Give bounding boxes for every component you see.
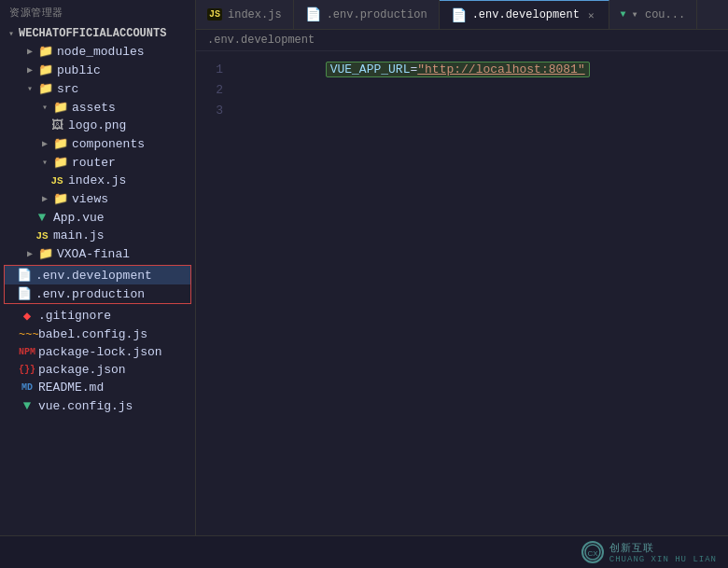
assets-label: assets (72, 101, 116, 115)
sidebar-item-app-vue[interactable]: ▼ App.vue (0, 208, 195, 227)
tab-index-js-label: index.js (228, 8, 282, 21)
env-dev-label: .env.development (35, 269, 152, 283)
folder-views-icon: 📁 (52, 191, 69, 206)
tab-env-dev-icon: 📄 (451, 7, 467, 23)
main-js-label: main.js (53, 229, 105, 242)
router-index-label: index.js (68, 173, 126, 187)
sidebar-item-vxoa[interactable]: ▶ 📁 VXOA-final (0, 244, 195, 263)
tab-js-icon: JS (207, 8, 222, 21)
env-prod-icon: 📄 (16, 286, 33, 301)
sidebar-item-package[interactable]: {}} package.json (0, 361, 195, 379)
views-chevron: ▶ (37, 193, 52, 204)
folder-router-icon: 📁 (52, 155, 69, 170)
node-modules-label: node_modules (57, 45, 145, 59)
tab-env-production-label: .env.production (327, 8, 427, 21)
components-chevron: ▶ (37, 138, 52, 149)
readme-label: README.md (38, 381, 104, 395)
sidebar-item-env-dev[interactable]: 📄 .env.development (5, 266, 190, 284)
folder-icon: 📁 (37, 62, 54, 77)
vxoa-label: VXOA-final (57, 247, 130, 261)
folder-vxoa-icon: 📁 (37, 246, 54, 261)
node-modules-chevron: ▶ (22, 46, 37, 57)
pkg-icon: {}} (19, 365, 35, 375)
sidebar-item-src[interactable]: ▾ 📁 src (0, 79, 195, 98)
tab-env-dev-label: .env.development (472, 8, 580, 21)
tab-close-btn[interactable]: ✕ (585, 8, 597, 22)
gitignore-label: .gitignore (38, 309, 111, 323)
line-number-2: 2 (196, 83, 238, 97)
folder-assets-icon: 📁 (52, 100, 69, 115)
tab-env-development[interactable]: 📄 .env.development ✕ (440, 0, 609, 29)
sidebar-item-logo-png[interactable]: 🖼 logo.png (0, 117, 195, 134)
app-vue-label: App.vue (53, 211, 105, 225)
sidebar-item-assets[interactable]: ▾ 📁 assets (0, 98, 195, 117)
vxoa-chevron: ▶ (22, 248, 37, 259)
sidebar-item-router-index[interactable]: JS index.js (0, 172, 195, 189)
babel-icon: ~~~ (19, 328, 35, 341)
router-chevron: ▾ (37, 157, 52, 168)
sidebar-item-readme[interactable]: MD README.md (0, 379, 195, 396)
root-folder[interactable]: ▾ WECHATOFFICIALACCOUNTS (0, 25, 195, 42)
folder-components-icon: 📁 (52, 136, 69, 151)
editor-area: JS index.js 📄 .env.production 📄 .env.dev… (196, 0, 728, 535)
sidebar-item-views[interactable]: ▶ 📁 views (0, 189, 195, 208)
watermark: CX 创新互联 CHUANG XIN HU LIAN (581, 541, 717, 564)
watermark-logo: CX (581, 541, 604, 563)
sidebar-item-babel[interactable]: ~~~ babel.config.js (0, 326, 195, 343)
line-content-1: VUE_APP_URL="http://localhost:8081" (238, 51, 590, 90)
line-number-3: 3 (196, 104, 238, 118)
public-label: public (57, 63, 101, 77)
folder-src-icon: 📁 (37, 81, 54, 96)
env-prod-label: .env.production (35, 287, 145, 301)
tab-index-js[interactable]: JS index.js (196, 0, 294, 29)
root-chevron: ▾ (4, 28, 19, 39)
tab-vue-icon: ▼ (621, 9, 626, 20)
assets-chevron: ▾ (37, 102, 52, 113)
tabs-bar: JS index.js 📄 .env.production 📄 .env.dev… (196, 0, 728, 30)
sidebar-item-main-js[interactable]: JS main.js (0, 227, 195, 244)
src-chevron: ▾ (22, 83, 37, 94)
tab-vue-label: ▾ cou... (632, 7, 686, 21)
sidebar-item-vue-config[interactable]: ▼ vue.config.js (0, 396, 195, 415)
babel-label: babel.config.js (38, 327, 147, 341)
sidebar-item-components[interactable]: ▶ 📁 components (0, 134, 195, 153)
folder-icon: 📁 (37, 44, 54, 59)
md-icon: MD (19, 382, 35, 393)
svg-text:CX: CX (587, 549, 598, 558)
public-chevron: ▶ (22, 64, 37, 76)
sidebar-item-env-prod[interactable]: 📄 .env.production (5, 284, 190, 303)
package-label: package.json (38, 363, 126, 377)
main-js-icon: JS (34, 230, 50, 242)
file-explorer: 资源管理器 ▾ WECHATOFFICIALACCOUNTS ▶ 📁 node_… (0, 0, 196, 535)
vue-config-icon: ▼ (19, 398, 35, 413)
gitignore-icon: ◆ (19, 308, 35, 324)
tab-env-prod-icon: 📄 (305, 7, 321, 22)
env-dev-icon: 📄 (16, 268, 33, 283)
logo-png-label: logo.png (68, 118, 126, 132)
views-label: views (72, 192, 108, 206)
watermark-cn-text: 创新互联 (609, 541, 654, 555)
editor-content[interactable]: 1 VUE_APP_URL="http://localhost:8081" 2 … (196, 51, 728, 535)
src-label: src (57, 82, 78, 96)
watermark-icon: CX (584, 544, 601, 561)
tab-env-production[interactable]: 📄 .env.production (294, 0, 440, 29)
js-icon: JS (49, 175, 65, 187)
breadcrumb: .env.development (196, 30, 728, 51)
sidebar-item-gitignore[interactable]: ◆ .gitignore (0, 306, 195, 326)
sidebar-item-public[interactable]: ▶ 📁 public (0, 61, 195, 79)
components-label: components (72, 137, 145, 151)
sidebar-item-package-lock[interactable]: NPM package-lock.json (0, 343, 195, 361)
bottom-bar: CX 创新互联 CHUANG XIN HU LIAN (0, 535, 728, 568)
png-icon: 🖼 (49, 118, 65, 132)
root-label: WECHATOFFICIALACCOUNTS (19, 27, 166, 40)
line-1: 1 VUE_APP_URL="http://localhost:8081" (196, 59, 728, 79)
sidebar-item-node_modules[interactable]: ▶ 📁 node_modules (0, 42, 195, 61)
line-number-1: 1 (196, 62, 238, 76)
line-3: 3 (196, 100, 728, 120)
pkg-lock-icon: NPM (19, 347, 35, 357)
env-highlight-group: 📄 .env.development 📄 .env.production (4, 265, 191, 304)
tab-vue[interactable]: ▼ ▾ cou... (609, 0, 698, 29)
watermark-en-text: CHUANG XIN HU LIAN (609, 555, 717, 564)
sidebar-item-router[interactable]: ▾ 📁 router (0, 153, 195, 172)
package-lock-label: package-lock.json (38, 345, 162, 359)
